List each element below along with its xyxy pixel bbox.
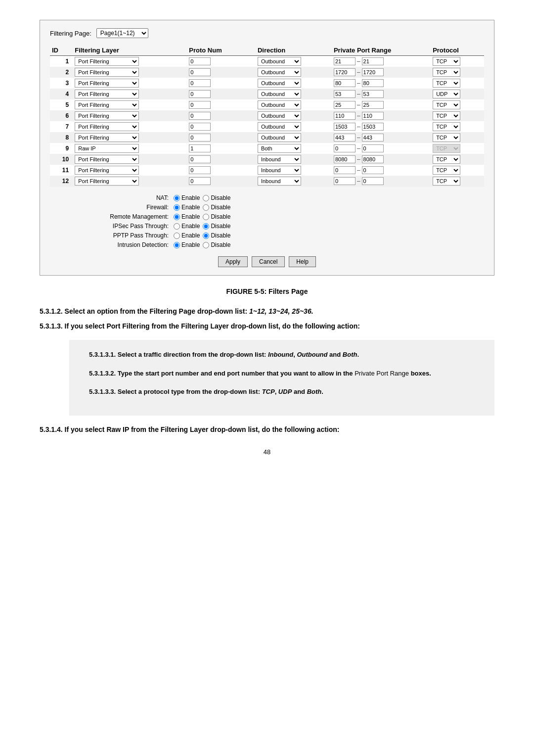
port-start-input[interactable] (334, 123, 356, 131)
direction-select[interactable]: OutboundInboundBoth (258, 100, 301, 109)
nat-enable-radio[interactable] (174, 195, 180, 201)
cell-protocol: TCPUDPBoth (431, 132, 484, 143)
proto-num-input[interactable] (189, 79, 211, 87)
proto-num-input[interactable] (189, 123, 211, 131)
filtering-layer-select[interactable]: Port FilteringRaw IPMAC Filtering (75, 90, 139, 98)
port-start-input[interactable] (334, 166, 356, 174)
protocol-select[interactable]: TCPUDPBoth (433, 133, 460, 142)
port-end-input[interactable] (362, 57, 384, 65)
port-start-input[interactable] (334, 134, 356, 142)
port-end-input[interactable] (362, 101, 384, 109)
port-start-input[interactable] (334, 90, 356, 98)
intrusion-detection-enable-radio[interactable] (174, 242, 180, 248)
proto-num-input[interactable] (189, 57, 211, 65)
port-end-input[interactable] (362, 155, 384, 163)
direction-select[interactable]: OutboundInboundBoth (258, 111, 301, 120)
proto-num-input[interactable] (189, 166, 211, 174)
direction-select[interactable]: OutboundInboundBoth (258, 79, 301, 88)
protocol-select[interactable]: TCPUDPBoth (433, 155, 460, 164)
proto-num-input[interactable] (189, 112, 211, 120)
port-end-input[interactable] (362, 144, 384, 152)
proto-num-input[interactable] (189, 144, 211, 152)
port-start-input[interactable] (334, 68, 356, 76)
direction-select[interactable]: OutboundInboundBoth (258, 90, 301, 98)
proto-num-input[interactable] (189, 90, 211, 98)
proto-num-input[interactable] (189, 68, 211, 76)
port-start-input[interactable] (334, 177, 356, 185)
protocol-select[interactable]: TCPUDPBoth (433, 144, 460, 153)
filtering-layer-select[interactable]: Port FilteringRaw IPMAC Filtering (75, 133, 139, 142)
table-row: 4Port FilteringRaw IPMAC FilteringOutbou… (50, 89, 484, 99)
pptp-label: PPTP Pass Through: (80, 232, 169, 239)
protocol-select[interactable]: TCPUDPBoth (433, 111, 460, 120)
direction-select[interactable]: OutboundInboundBoth (258, 57, 301, 66)
cell-proto-num (187, 110, 256, 121)
port-end-input[interactable] (362, 112, 384, 120)
protocol-select[interactable]: TCPUDPBoth (433, 90, 460, 98)
cell-filtering-layer: Port FilteringRaw IPMAC Filtering (73, 143, 187, 154)
nat-disable-radio[interactable] (203, 195, 209, 201)
protocol-select[interactable]: TCPUDPBoth (433, 68, 460, 77)
port-end-input[interactable] (362, 90, 384, 98)
port-end-input[interactable] (362, 177, 384, 185)
help-button[interactable]: Help (289, 256, 316, 267)
port-range-container: – (334, 155, 429, 163)
direction-select[interactable]: OutboundInboundBoth (258, 144, 301, 153)
cell-protocol: TCPUDPBoth (431, 165, 484, 176)
cancel-button[interactable]: Cancel (252, 256, 285, 267)
filtering-layer-select[interactable]: Port FilteringRaw IPMAC Filtering (75, 122, 139, 131)
port-start-input[interactable] (334, 144, 356, 152)
filtering-layer-select[interactable]: Port FilteringRaw IPMAC Filtering (75, 155, 139, 164)
port-start-input[interactable] (334, 155, 356, 163)
filtering-layer-select[interactable]: Port FilteringRaw IPMAC Filtering (75, 100, 139, 109)
direction-select[interactable]: OutboundInboundBoth (258, 68, 301, 77)
pptp-enable-radio[interactable] (174, 233, 180, 239)
protocol-select[interactable]: TCPUDPBoth (433, 177, 460, 186)
protocol-select[interactable]: TCPUDPBoth (433, 57, 460, 66)
ipsec-enable-radio[interactable] (174, 223, 180, 230)
port-end-input[interactable] (362, 68, 384, 76)
port-end-input[interactable] (362, 166, 384, 174)
port-start-input[interactable] (334, 112, 356, 120)
port-end-input[interactable] (362, 79, 384, 87)
apply-button[interactable]: Apply (218, 256, 248, 267)
filtering-layer-select[interactable]: Port FilteringRaw IPMAC Filtering (75, 144, 139, 153)
protocol-select[interactable]: TCPUDPBoth (433, 79, 460, 88)
cell-private-port-range: – (332, 89, 431, 99)
proto-num-input[interactable] (189, 177, 211, 185)
item-3132-plain: Private Port Range (355, 370, 409, 377)
filtering-page-select[interactable]: Page1(1~12) Page2(13~24) Page3(25~36) (96, 28, 148, 38)
filtering-layer-select[interactable]: Port FilteringRaw IPMAC Filtering (75, 111, 139, 120)
protocol-select[interactable]: TCPUDPBoth (433, 122, 460, 131)
protocol-select[interactable]: TCPUDPBoth (433, 166, 460, 175)
remote-management-enable-label: Enable (174, 213, 200, 220)
firewall-enable-radio[interactable] (174, 204, 180, 211)
filtering-layer-select[interactable]: Port FilteringRaw IPMAC Filtering (75, 177, 139, 186)
ipsec-disable-radio[interactable] (203, 223, 209, 230)
port-end-input[interactable] (362, 134, 384, 142)
pptp-disable-radio[interactable] (203, 233, 209, 239)
firewall-disable-radio[interactable] (203, 204, 209, 211)
intrusion-detection-disable-radio[interactable] (203, 242, 209, 248)
direction-select[interactable]: OutboundInboundBoth (258, 122, 301, 131)
port-range-container: – (334, 166, 429, 174)
direction-select[interactable]: OutboundInboundBoth (258, 177, 301, 186)
port-end-input[interactable] (362, 123, 384, 131)
direction-select[interactable]: OutboundInboundBoth (258, 166, 301, 175)
port-start-input[interactable] (334, 101, 356, 109)
port-range-dash: – (357, 123, 360, 130)
direction-select[interactable]: OutboundInboundBoth (258, 155, 301, 164)
filtering-layer-select[interactable]: Port FilteringRaw IPMAC Filtering (75, 79, 139, 88)
proto-num-input[interactable] (189, 155, 211, 163)
proto-num-input[interactable] (189, 101, 211, 109)
remote-management-enable-radio[interactable] (174, 214, 180, 220)
direction-select[interactable]: OutboundInboundBoth (258, 133, 301, 142)
filtering-layer-select[interactable]: Port FilteringRaw IPMAC Filtering (75, 68, 139, 77)
port-start-input[interactable] (334, 57, 356, 65)
protocol-select[interactable]: TCPUDPBoth (433, 100, 460, 109)
filtering-layer-select[interactable]: Port FilteringRaw IPMAC Filtering (75, 166, 139, 175)
filtering-layer-select[interactable]: Port FilteringRaw IPMAC Filtering (75, 57, 139, 66)
remote-management-disable-radio[interactable] (203, 214, 209, 220)
port-start-input[interactable] (334, 79, 356, 87)
proto-num-input[interactable] (189, 134, 211, 142)
